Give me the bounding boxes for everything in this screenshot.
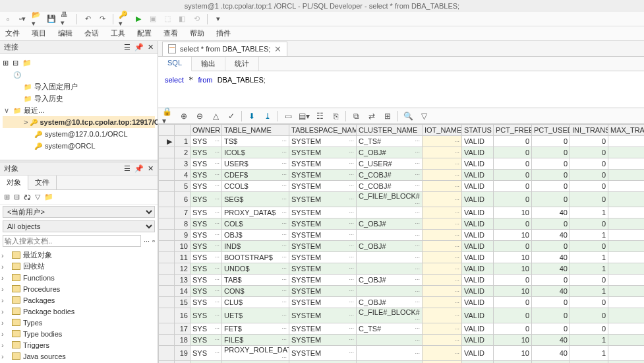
- filter-grid-icon[interactable]: ▽: [418, 110, 430, 122]
- object-tree-item[interactable]: ›Types: [1, 317, 156, 328]
- menu-edit[interactable]: 编辑: [58, 28, 73, 38]
- object-tree-item[interactable]: ›Type bodies: [1, 328, 156, 339]
- connection-tree[interactable]: ⊞ ⊟ 📁 🕒📁导入固定用户📁导入历史∨📁最近...>🔑system@10.tc…: [0, 54, 158, 160]
- remove-icon[interactable]: ⊟: [13, 59, 18, 67]
- menu-view[interactable]: 查看: [163, 28, 178, 38]
- connection-item[interactable]: 📁导入固定用户: [3, 81, 155, 92]
- filter-icon[interactable]: ▽: [35, 193, 40, 201]
- object-tree-item[interactable]: ›Packages: [1, 294, 156, 306]
- column-header[interactable]: STATUS: [462, 125, 494, 136]
- connection-item[interactable]: 🕒: [3, 69, 155, 81]
- save-icon[interactable]: 💾: [46, 14, 57, 24]
- connection-item[interactable]: >🔑system@10.tcp.cpolar.top:12917/OR0: [3, 116, 155, 128]
- table-row[interactable]: 5SYS···CCOL$···SYSTEM···C_COBJ#······VAL…: [159, 181, 645, 192]
- column-header[interactable]: PCT_FREE: [494, 125, 532, 136]
- table-row[interactable]: 3SYS···USER$···SYSTEM···C_USER#······VAL…: [159, 158, 645, 170]
- close-icon[interactable]: ✕: [148, 164, 154, 173]
- object-tree-item[interactable]: ›Package bodies: [1, 306, 156, 317]
- table-row[interactable]: 2SYS···ICOL$···SYSTEM···C_OBJ#······VALI…: [159, 147, 645, 158]
- ellipsis-icon[interactable]: ···: [144, 237, 150, 245]
- table-row[interactable]: 9SYS···OBJ$···SYSTEM·········VALID10401: [159, 230, 645, 241]
- fetch-all-icon[interactable]: ⤓: [262, 110, 274, 122]
- table-row[interactable]: 15SYS···CLU$···SYSTEM···C_OBJ#······VALI…: [159, 297, 645, 308]
- menu-config[interactable]: 配置: [137, 28, 152, 38]
- tab-sql[interactable]: SQL: [158, 57, 192, 71]
- table-row[interactable]: 20SYS···OBJERROR$···SYSTEM·········VALID…: [159, 361, 645, 364]
- copy-icon[interactable]: ⎘: [330, 110, 341, 122]
- tab-stats[interactable]: 统计: [225, 57, 259, 71]
- export-icon[interactable]: ▤▾: [298, 110, 310, 122]
- close-icon[interactable]: ✕: [148, 43, 154, 51]
- misc-icon[interactable]: ⟲: [191, 14, 202, 24]
- table-row[interactable]: 18SYS···FILE$···SYSTEM·········VALID1040…: [159, 335, 645, 346]
- tab-files[interactable]: 文件: [28, 176, 57, 189]
- editor-tab[interactable]: select * from DBA_TABLES; ✕: [162, 42, 287, 56]
- table-row[interactable]: 17SYS···FET$···SYSTEM···C_TS#······VALID…: [159, 323, 645, 335]
- lock-icon[interactable]: 🔒▾: [162, 110, 174, 122]
- column-header[interactable]: MAX_TRAN: [608, 125, 645, 136]
- undo-icon[interactable]: ↶: [82, 14, 93, 24]
- connection-item[interactable]: 🔑system@ORCL: [3, 140, 155, 152]
- folder-icon[interactable]: 📁: [44, 193, 53, 201]
- new-dropdown-icon[interactable]: ▫▾: [17, 14, 28, 24]
- column-header[interactable]: PCT_USED: [532, 125, 570, 136]
- connection-item[interactable]: 📁导入历史: [3, 92, 155, 104]
- menu-session[interactable]: 会话: [84, 28, 99, 38]
- column-header[interactable]: INI_TRANS: [570, 125, 608, 136]
- folder-icon[interactable]: 📁: [22, 59, 32, 67]
- table-row[interactable]: 10SYS···IND$···SYSTEM···C_OBJ#······VALI…: [159, 241, 645, 252]
- panel-menu-icon[interactable]: ☰: [124, 164, 131, 173]
- close-icon[interactable]: ✕: [274, 44, 281, 54]
- table-row[interactable]: 6SYS···SEG$···SYSTEM···C_FILE#_BLOCK#···…: [159, 192, 645, 207]
- table-row[interactable]: 7SYS···PROXY_DATA$···SYSTEM·········VALI…: [159, 207, 645, 218]
- pin-icon[interactable]: 📌: [134, 164, 144, 173]
- object-tree-item[interactable]: ›Triggers: [1, 339, 156, 350]
- table-row[interactable]: 19SYS···PROXY_ROLE_DATA$···SYSTEM·······…: [159, 346, 645, 361]
- grid-icon[interactable]: ⊞: [382, 110, 394, 122]
- menu-file[interactable]: 文件: [5, 28, 20, 38]
- menu-plugin[interactable]: 插件: [216, 28, 231, 38]
- remove-row-icon[interactable]: ⊖: [194, 110, 206, 122]
- table-row[interactable]: 11SYS···BOOTSTRAP$···SYSTEM·········VALI…: [159, 252, 645, 263]
- column-header[interactable]: TABLESPACE_NAME: [289, 125, 357, 136]
- tab-objects[interactable]: 对象: [0, 176, 28, 190]
- sql-editor[interactable]: select * from DBA_TABLES;: [158, 71, 644, 108]
- expand-icon[interactable]: ⊞: [4, 193, 10, 201]
- add-row-icon[interactable]: ⊕: [178, 110, 190, 122]
- redo-icon[interactable]: ↷: [97, 14, 107, 24]
- collapse-icon[interactable]: ⊟: [14, 193, 20, 201]
- tab-output[interactable]: 输出: [192, 57, 225, 71]
- user-select[interactable]: <当前用户>: [3, 206, 155, 218]
- fetch-icon[interactable]: ⬇: [246, 110, 258, 122]
- object-tree-item[interactable]: ›Functions: [1, 272, 156, 283]
- object-tree-item[interactable]: ›Procedures: [1, 283, 156, 294]
- panel-menu-icon[interactable]: ☰: [124, 43, 131, 51]
- single-record-icon[interactable]: ▭: [282, 110, 294, 122]
- edit-icon[interactable]: △: [210, 110, 221, 122]
- table-row[interactable]: 8SYS···COL$···SYSTEM···C_OBJ#······VALID…: [159, 218, 645, 230]
- rollback-icon[interactable]: ◧: [177, 14, 187, 24]
- table-row[interactable]: ▶1SYS···TS$···SYSTEM···C_TS#······VALID0…: [159, 136, 645, 147]
- column-header[interactable]: TABLE_NAME: [222, 125, 289, 136]
- open-icon[interactable]: 📂▾: [32, 14, 42, 24]
- search-clear-icon[interactable]: ▫: [152, 237, 155, 245]
- table-row[interactable]: 13SYS···TAB$···SYSTEM···C_OBJ#······VALI…: [159, 275, 645, 286]
- link-icon[interactable]: ⇄: [366, 110, 378, 122]
- print-icon[interactable]: 🖶▾: [61, 14, 71, 24]
- scope-select[interactable]: All objects: [3, 220, 155, 232]
- object-tree-item[interactable]: ›回收站: [1, 261, 156, 272]
- connection-item[interactable]: 🔑system@127.0.0.1/ORCL: [3, 128, 155, 140]
- dropdown-icon[interactable]: ▾: [213, 14, 223, 24]
- refresh-icon[interactable]: 🗘: [24, 193, 31, 201]
- chart-icon[interactable]: ☷: [314, 110, 326, 122]
- commit-icon[interactable]: ✓: [225, 110, 237, 122]
- table-row[interactable]: 4SYS···CDEF$···SYSTEM···C_COBJ#······VAL…: [159, 170, 645, 181]
- menu-help[interactable]: 帮助: [190, 28, 204, 38]
- object-tree[interactable]: ›最近对象›回收站›Functions›Procedures›Packages›…: [0, 248, 158, 363]
- compare-icon[interactable]: ⧉: [350, 110, 362, 122]
- commit-icon[interactable]: ⬚: [162, 14, 173, 24]
- object-tree-item[interactable]: ›Java sources: [1, 350, 156, 362]
- table-row[interactable]: 14SYS···CON$···SYSTEM·········VALID10401: [159, 286, 645, 297]
- new-icon[interactable]: ▫: [3, 14, 13, 24]
- result-grid[interactable]: OWNERTABLE_NAMETABLESPACE_NAMECLUSTER_NA…: [158, 124, 644, 363]
